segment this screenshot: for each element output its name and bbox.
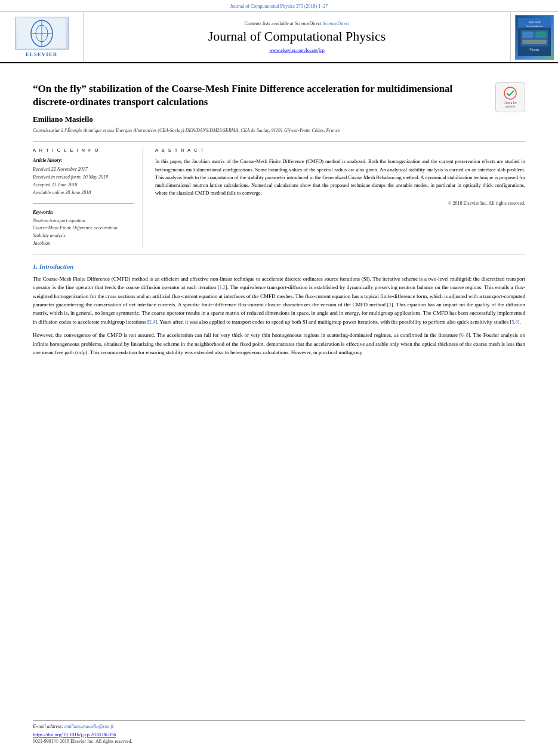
elsevier-logo: ELSEVIER (15, 17, 69, 57)
revised-date: Received in revised form: 10 May 2018 (33, 174, 134, 182)
journal-volume-info: Journal of Computational Physics 373 (20… (230, 4, 328, 9)
svg-text:Computational: Computational (526, 24, 542, 27)
email-link[interactable]: emiliano.masiello@cea.fr (64, 724, 114, 729)
abstract-column: A B S T R A C T In this paper, the Jacob… (155, 147, 525, 247)
ref-24-link[interactable]: 2,4 (149, 319, 155, 325)
article-title: “On the fly” stabilization of the Coarse… (33, 82, 525, 109)
footer-divider (33, 720, 525, 721)
svg-point-14 (504, 87, 516, 99)
intro-paragraph-1: The Coarse-Mesh Finite Difference (CMFD)… (33, 275, 525, 327)
received-date: Received 22 November 2017 (33, 166, 134, 174)
info-divider (33, 203, 134, 204)
section-title-text: Introduction (39, 263, 73, 270)
ref-3-link[interactable]: 3 (389, 302, 391, 308)
sciencedirect-link[interactable]: ScienceDirect (322, 21, 349, 26)
section-divider (33, 254, 525, 254)
journal-url-link[interactable]: www.elsevier.com/locate/jcp (269, 48, 324, 53)
article-info-label: A R T I C L E I N F O (33, 147, 134, 153)
header-divider (33, 141, 525, 142)
abstract-label: A B S T R A C T (155, 147, 525, 153)
keyword-1: Neutron transport equation (33, 217, 134, 225)
top-journal-bar: Journal of Computational Physics 373 (20… (0, 0, 558, 12)
keyword-4: Jacobian (33, 240, 134, 248)
journal-header-center: Contents lists available at ScienceDirec… (84, 12, 510, 62)
email-label: E-mail address: (33, 724, 63, 729)
check-updates-badge: Check forupdates (495, 82, 525, 112)
abstract-copyright: © 2018 Elsevier Inc. All rights reserved… (155, 201, 525, 206)
author-name: Emiliano Masiello (33, 115, 525, 124)
svg-rect-11 (535, 32, 546, 38)
journal-url: www.elsevier.com/locate/jcp (269, 48, 324, 53)
article-info-column: A R T I C L E I N F O Article history: R… (33, 147, 143, 247)
svg-text:Journal of: Journal of (528, 21, 541, 24)
available-date: Available online 28 June 2018 (33, 189, 134, 197)
introduction-section-title: 1. Introduction (33, 263, 525, 270)
journal-header: ELSEVIER Contents lists available at Sci… (0, 12, 558, 63)
sciencedirect-text: Contents lists available at ScienceDirec… (245, 21, 350, 26)
journal-cover-thumbnail: Journal of Computational Physics (515, 15, 554, 60)
abstract-text: In this paper, the Jacobian matrix of th… (155, 158, 525, 197)
svg-text:Physics: Physics (530, 48, 539, 51)
intro-paragraph-2: However, the convergence of the CMFD is … (33, 331, 525, 357)
elsevier-text: ELSEVIER (15, 51, 69, 57)
keyword-3: Stability analysis (33, 232, 134, 240)
elsevier-logo-image (15, 17, 69, 50)
section-number: 1. (33, 263, 38, 270)
author-affiliation: Commissariat à l’Énergie Atomique et aux… (33, 127, 525, 134)
page: Journal of Computational Physics 373 (20… (0, 0, 558, 756)
ref-56-link[interactable]: 5,6 (512, 319, 518, 325)
keywords-label: Keywords: (33, 210, 134, 215)
accepted-date: Accepted 21 June 2018 (33, 182, 134, 189)
ref-68-link[interactable]: 6–8 (461, 333, 468, 338)
svg-rect-10 (522, 32, 533, 38)
footer-email-area: E-mail address: emiliano.masiello@cea.fr (33, 724, 525, 729)
footer-rights: 0021-9991/© 2018 Elsevier Inc. All right… (33, 739, 525, 744)
doi-link[interactable]: https://doi.org/10.1016/j.jcp.2018.06.05… (33, 732, 116, 737)
ref-1-link[interactable]: 1,2 (220, 285, 226, 290)
svg-rect-12 (522, 40, 546, 44)
keyword-2: Coarse-Mesh Finite Difference accelerati… (33, 225, 134, 232)
footer-doi: https://doi.org/10.1016/j.jcp.2018.06.05… (33, 732, 525, 737)
elsevier-logo-area: ELSEVIER (0, 12, 84, 62)
journal-thumbnail-area: Journal of Computational Physics (510, 12, 558, 62)
page-footer: E-mail address: emiliano.masiello@cea.fr… (33, 720, 525, 744)
article-info-abstract-section: A R T I C L E I N F O Article history: R… (33, 147, 525, 247)
main-content: Check forupdates “On the fly” stabilizat… (0, 63, 558, 372)
journal-title: Journal of Computational Physics (208, 29, 386, 44)
history-label: Article history: (33, 158, 134, 163)
